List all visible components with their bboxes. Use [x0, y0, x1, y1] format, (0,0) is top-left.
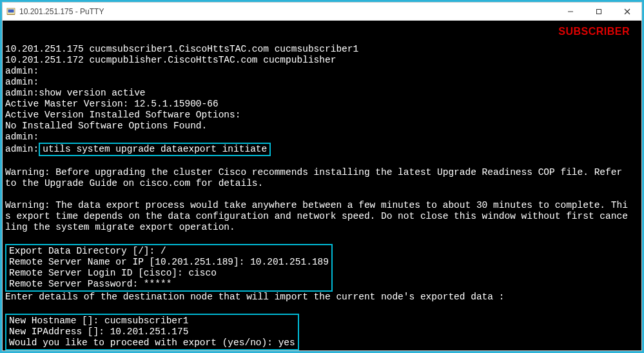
window-controls — [556, 3, 641, 20]
terminal-line: s export time depends on the data config… — [5, 211, 639, 222]
title-left: 10.201.251.175 - PuTTY — [6, 7, 104, 16]
terminal-line: 10.201.251.172 cucmpublisher.CiscoHttsTA… — [5, 55, 639, 66]
terminal[interactable]: SUBSCRIBER 10.201.251.175 cucmsubscriber… — [3, 21, 641, 350]
terminal-line: Warning: Before upgrading the cluster Ci… — [5, 167, 639, 178]
terminal-line: admin:show version active — [5, 88, 639, 99]
terminal-line — [5, 303, 639, 314]
terminal-line: Active Master Version: 12.5.1.15900-66 — [5, 99, 639, 110]
putty-window: 10.201.251.175 - PuTTY SUBSCRIBER 10.201… — [2, 2, 642, 351]
terminal-line: admin: — [5, 132, 639, 143]
svg-rect-4 — [597, 9, 601, 14]
terminal-line: ling the system migrate export operation… — [5, 222, 639, 233]
close-button[interactable] — [613, 3, 641, 20]
terminal-line: to the Upgrade Guide on cisco.com for de… — [5, 178, 639, 189]
terminal-line — [5, 233, 639, 244]
terminal-line: Warning: The data export process would t… — [5, 200, 639, 211]
putty-icon — [6, 7, 15, 16]
terminal-line: admin:utils system upgrade dataexport in… — [5, 143, 639, 156]
terminal-line: Export Data Directory [/]: /Remote Serve… — [5, 244, 639, 292]
minimize-button[interactable] — [556, 3, 585, 20]
titlebar: 10.201.251.175 - PuTTY — [3, 3, 641, 21]
terminal-line: admin: — [5, 66, 639, 77]
subscriber-label: SUBSCRIBER — [558, 26, 630, 37]
terminal-line: admin: — [5, 77, 639, 88]
terminal-line — [5, 156, 639, 167]
terminal-line: Active Version Installed Software Option… — [5, 110, 639, 121]
terminal-line: Enter details of the destination node th… — [5, 292, 639, 303]
destination-box: New Hostname []: cucmsubscriber1New IPAd… — [5, 314, 299, 350]
export-config-box: Export Data Directory [/]: /Remote Serve… — [5, 244, 333, 292]
terminal-line — [5, 189, 639, 200]
terminal-line: No Installed Software Options Found. — [5, 121, 639, 132]
maximize-button[interactable] — [585, 3, 613, 20]
terminal-line: 10.201.251.175 cucmsubscriber1.CiscoHtts… — [5, 44, 639, 55]
window-title: 10.201.251.175 - PuTTY — [19, 7, 104, 16]
terminal-line: New Hostname []: cucmsubscriber1New IPAd… — [5, 314, 639, 350]
command-highlight-box: utils system upgrade dataexport initiate — [39, 143, 271, 156]
svg-rect-1 — [8, 9, 14, 12]
